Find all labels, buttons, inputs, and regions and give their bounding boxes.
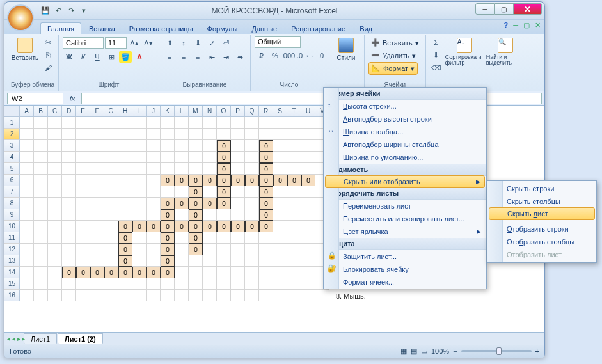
cell[interactable] <box>175 290 189 301</box>
cell[interactable] <box>259 244 273 255</box>
cell[interactable] <box>20 267 34 278</box>
row-header[interactable]: 16 <box>4 290 20 301</box>
mdi-restore-icon[interactable]: ▢ <box>523 21 530 29</box>
cell[interactable] <box>273 221 287 232</box>
cell[interactable] <box>189 267 203 278</box>
cell[interactable] <box>76 140 90 152</box>
cell[interactable]: 0 <box>118 267 132 278</box>
zoom-slider[interactable] <box>461 350 532 352</box>
cell[interactable] <box>147 152 161 163</box>
row-header[interactable]: 12 <box>4 244 20 255</box>
cell[interactable] <box>62 278 76 290</box>
undo-icon[interactable]: ↶ <box>53 6 63 16</box>
submenu-hide-sheet[interactable]: Скрыть лист <box>489 207 595 220</box>
cell[interactable] <box>76 186 90 198</box>
wrap-text-icon[interactable]: ⏎ <box>219 37 232 49</box>
cell[interactable] <box>175 244 189 255</box>
cell[interactable] <box>132 175 147 186</box>
align-bottom-icon[interactable]: ⬇ <box>191 37 204 49</box>
column-header[interactable]: D <box>62 106 76 117</box>
cell[interactable] <box>203 244 217 255</box>
cell[interactable]: 0 <box>203 221 217 232</box>
cell[interactable] <box>217 129 231 140</box>
cell[interactable] <box>147 244 161 255</box>
cell[interactable] <box>34 198 48 209</box>
cell[interactable] <box>203 232 217 244</box>
column-header[interactable]: H <box>118 106 132 117</box>
menu-col-width[interactable]: ↔Ширина столбца... <box>324 125 486 138</box>
cell[interactable]: 0 <box>245 221 259 232</box>
cell[interactable] <box>189 140 203 152</box>
cell[interactable] <box>34 129 48 140</box>
cell[interactable] <box>118 117 132 129</box>
tab-review[interactable]: Рецензирование <box>285 23 352 34</box>
cell[interactable] <box>217 209 231 221</box>
cell[interactable] <box>62 175 76 186</box>
cell[interactable] <box>161 278 175 290</box>
cell[interactable] <box>20 152 34 163</box>
menu-rename-sheet[interactable]: Переименовать лист <box>324 200 486 212</box>
column-header[interactable]: K <box>161 106 175 117</box>
view-break-icon[interactable]: ▭ <box>421 347 427 356</box>
cell[interactable] <box>301 117 315 129</box>
menu-protect-sheet[interactable]: 🔒Защитить лист... <box>324 250 486 263</box>
cell[interactable] <box>20 175 34 186</box>
cell[interactable] <box>62 255 76 267</box>
cell[interactable] <box>48 175 62 186</box>
cell[interactable] <box>287 117 301 129</box>
cell[interactable]: 0 <box>259 198 273 209</box>
cell[interactable] <box>76 152 90 163</box>
cell[interactable] <box>161 140 175 152</box>
increase-decimal-icon[interactable]: .0→ <box>297 50 310 61</box>
row-header[interactable]: 1 <box>4 117 20 129</box>
cell[interactable]: 0 <box>161 221 175 232</box>
cell[interactable] <box>90 232 104 244</box>
bold-icon[interactable]: Ж <box>63 51 75 63</box>
cell[interactable] <box>104 290 118 301</box>
cell[interactable] <box>48 152 62 163</box>
cell[interactable] <box>147 129 161 140</box>
cell[interactable]: 0 <box>175 221 189 232</box>
cell[interactable] <box>62 129 76 140</box>
increase-indent-icon[interactable]: ⇥ <box>219 51 232 63</box>
font-color-icon[interactable]: A <box>133 51 146 63</box>
cell[interactable] <box>245 186 259 198</box>
underline-icon[interactable]: Ч <box>91 51 104 63</box>
cell[interactable] <box>132 255 147 267</box>
cell[interactable] <box>203 278 217 290</box>
cell[interactable] <box>48 140 62 152</box>
cell[interactable] <box>203 163 217 175</box>
cell[interactable] <box>132 186 147 198</box>
cell[interactable] <box>203 117 217 129</box>
cell[interactable] <box>287 129 301 140</box>
help-icon[interactable]: ? <box>503 21 508 29</box>
fill-icon[interactable]: ⬇ <box>430 49 443 61</box>
cell[interactable] <box>245 255 259 267</box>
cell[interactable] <box>34 255 48 267</box>
cell[interactable]: 0 <box>161 244 175 255</box>
cell[interactable] <box>90 290 104 301</box>
format-painter-icon[interactable]: 🖌 <box>42 62 54 74</box>
cell[interactable] <box>301 255 315 267</box>
minimize-button[interactable]: ─ <box>475 3 495 15</box>
delete-cells-button[interactable]: ➖Удалить ▾ <box>368 49 418 62</box>
tab-insert[interactable]: Вставка <box>83 23 122 34</box>
cell[interactable] <box>203 186 217 198</box>
cell[interactable] <box>301 244 315 255</box>
tab-formulas[interactable]: Формулы <box>201 23 244 34</box>
cell[interactable] <box>273 117 287 129</box>
cell[interactable] <box>217 267 231 278</box>
cell[interactable] <box>231 163 245 175</box>
cell[interactable] <box>287 267 301 278</box>
row-header[interactable]: 5 <box>4 163 20 175</box>
cell[interactable] <box>62 186 76 198</box>
cell[interactable] <box>90 278 104 290</box>
cell[interactable] <box>245 129 259 140</box>
cell[interactable]: 0 <box>118 255 132 267</box>
currency-icon[interactable]: ₽ <box>255 50 267 61</box>
cell[interactable] <box>48 278 62 290</box>
cell[interactable] <box>175 232 189 244</box>
cell[interactable] <box>132 198 147 209</box>
cell[interactable] <box>217 290 231 301</box>
cell[interactable] <box>20 186 34 198</box>
